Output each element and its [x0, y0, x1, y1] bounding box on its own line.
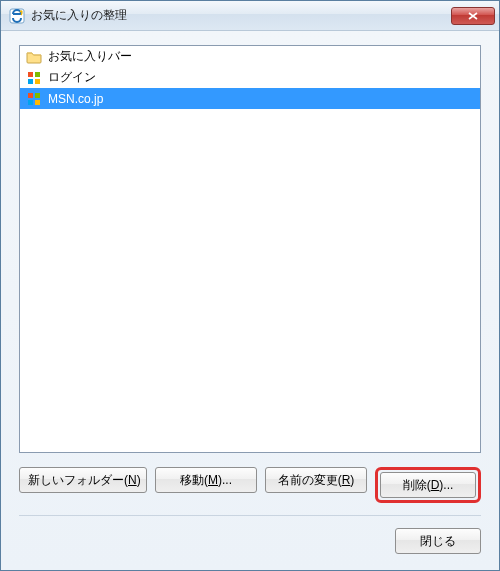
delete-button[interactable]: 削除(D)... [380, 472, 476, 498]
list-item[interactable]: MSN.co.jp [20, 88, 480, 109]
favorites-list[interactable]: お気に入りバーログインMSN.co.jp [19, 45, 481, 453]
label-part: 新しいフォルダー( [28, 473, 128, 487]
ms-tiles-icon [26, 91, 42, 107]
list-item[interactable]: ログイン [20, 67, 480, 88]
label-part: ) [350, 473, 354, 487]
ms-tiles-icon [26, 70, 42, 86]
accelerator: M [208, 473, 218, 487]
label-part: 移動( [180, 473, 208, 487]
list-item-label: ログイン [48, 69, 96, 86]
action-button-row: 新しいフォルダー(N) 移動(M)... 名前の変更(R) 削除(D)... [19, 467, 481, 516]
svg-rect-6 [35, 93, 40, 98]
label-part: )... [218, 473, 232, 487]
close-button-row: 閉じる [19, 528, 481, 554]
ie-icon [9, 8, 25, 24]
label-part: )... [439, 478, 453, 492]
svg-rect-2 [35, 72, 40, 77]
list-item-label: お気に入りバー [48, 48, 132, 65]
svg-rect-4 [35, 79, 40, 84]
svg-rect-7 [28, 100, 33, 105]
client-area: お気に入りバーログインMSN.co.jp 新しいフォルダー(N) 移動(M)..… [1, 31, 499, 570]
close-window-button[interactable] [451, 7, 495, 25]
svg-rect-8 [35, 100, 40, 105]
svg-rect-3 [28, 79, 33, 84]
svg-rect-5 [28, 93, 33, 98]
label-part: 削除( [403, 478, 431, 492]
window-title: お気に入りの整理 [31, 7, 451, 24]
new-folder-button[interactable]: 新しいフォルダー(N) [19, 467, 147, 493]
dialog-window: お気に入りの整理 お気に入りバーログインMSN.co.jp 新しいフォルダー(N… [0, 0, 500, 571]
list-item[interactable]: お気に入りバー [20, 46, 480, 67]
move-button[interactable]: 移動(M)... [155, 467, 257, 493]
rename-button[interactable]: 名前の変更(R) [265, 467, 367, 493]
titlebar[interactable]: お気に入りの整理 [1, 1, 499, 31]
folder-icon [26, 49, 42, 65]
list-item-label: MSN.co.jp [48, 92, 103, 106]
accelerator: N [128, 473, 137, 487]
label-part: ) [137, 473, 141, 487]
label-part: 名前の変更( [278, 473, 342, 487]
svg-rect-1 [28, 72, 33, 77]
close-button[interactable]: 閉じる [395, 528, 481, 554]
delete-button-highlight: 削除(D)... [375, 467, 481, 503]
